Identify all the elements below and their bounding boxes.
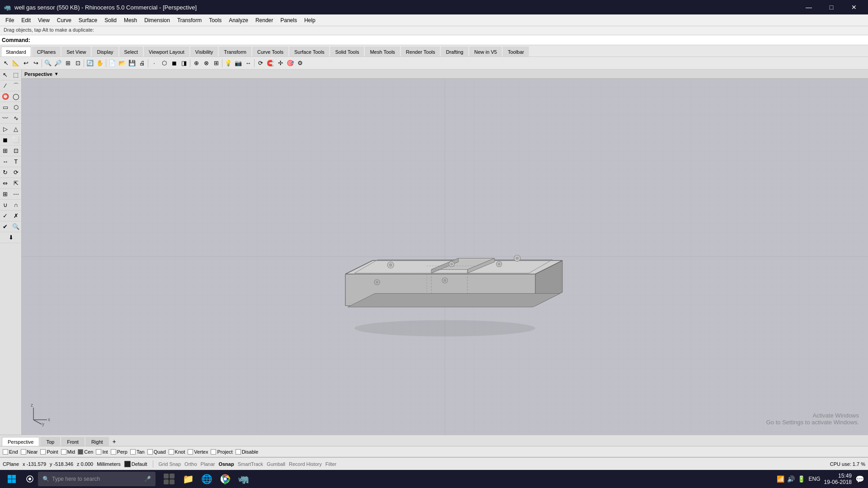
osnap-int-check[interactable]: [96, 449, 101, 455]
viewport-dropdown-arrow[interactable]: ▼: [54, 71, 59, 76]
maximize-button[interactable]: □: [821, 0, 842, 14]
taskbar-task-mgr[interactable]: [159, 471, 179, 487]
osnap-quad-check[interactable]: [147, 449, 153, 455]
tb-dim-icon[interactable]: ↔: [243, 58, 253, 68]
tb-light-icon[interactable]: 💡: [223, 58, 233, 68]
sb-mesh2-icon[interactable]: ⊡: [11, 145, 22, 156]
sb-marquee-icon[interactable]: ⬚: [11, 70, 22, 80]
status-planar[interactable]: Planar: [201, 461, 215, 467]
sb-curve-icon[interactable]: ∿: [11, 113, 22, 124]
osnap-end-check[interactable]: [3, 449, 8, 455]
status-recordhistory[interactable]: Record History: [289, 461, 322, 467]
osnap-project-check[interactable]: [211, 449, 216, 455]
tb-polyline-icon[interactable]: 📐: [11, 58, 21, 68]
osnap-vertex-check[interactable]: [188, 449, 193, 455]
tb-select-icon[interactable]: ↖: [1, 58, 11, 68]
osnap-disable-check[interactable]: [236, 449, 241, 455]
tb-zoom-ext-icon[interactable]: ⊞: [63, 58, 73, 68]
menu-view[interactable]: View: [34, 14, 53, 26]
vp-tab-add[interactable]: +: [110, 437, 119, 446]
tb-zoom-out-icon[interactable]: 🔎: [53, 58, 63, 68]
task-view-button[interactable]: [22, 471, 38, 487]
notification-icon[interactable]: 💬: [855, 475, 864, 483]
tb-rotate-icon[interactable]: 🔄: [85, 58, 95, 68]
tb-smarttrack-icon[interactable]: 🎯: [285, 58, 295, 68]
vp-tab-front[interactable]: Front: [61, 437, 85, 446]
sb-solid-icon[interactable]: ◼: [0, 135, 11, 145]
osnap-point-check[interactable]: [40, 449, 46, 455]
vp-tab-right[interactable]: Right: [85, 437, 109, 446]
menu-file[interactable]: File: [2, 14, 18, 26]
status-gridsnap[interactable]: Grid Snap: [159, 461, 181, 467]
menu-curve[interactable]: Curve: [53, 14, 75, 26]
tab-transform[interactable]: Transform: [219, 47, 251, 56]
tab-visibility[interactable]: Visibility: [190, 47, 218, 56]
tab-drafting[interactable]: Drafting: [441, 47, 468, 56]
menu-panels[interactable]: Panels: [277, 14, 301, 26]
sb-circle-icon[interactable]: ⭕: [0, 91, 11, 102]
sb-select-icon[interactable]: ↖: [0, 70, 11, 80]
vp-tab-perspective[interactable]: Perspective: [2, 437, 39, 446]
sb-analyze-icon[interactable]: 🔍: [11, 221, 22, 232]
sb-line-icon[interactable]: ∕: [0, 80, 11, 91]
tab-mesh-tools[interactable]: Mesh Tools: [365, 47, 400, 56]
tb-new-icon[interactable]: 📄: [107, 58, 117, 68]
minimize-button[interactable]: —: [798, 0, 819, 14]
menu-solid[interactable]: Solid: [101, 14, 120, 26]
tb-undo-icon[interactable]: ↩: [21, 58, 31, 68]
tb-pts-icon[interactable]: ·: [149, 58, 159, 68]
menu-render[interactable]: Render: [252, 14, 277, 26]
sb-freeform-icon[interactable]: 〰: [0, 113, 11, 124]
tray-battery-icon[interactable]: 🔋: [797, 475, 805, 483]
tb-pan-icon[interactable]: ✋: [95, 58, 105, 68]
tab-curve-tools[interactable]: Curve Tools: [252, 47, 288, 56]
status-ortho[interactable]: Ortho: [184, 461, 197, 467]
sb-rect-icon[interactable]: ▭: [0, 102, 11, 113]
tray-volume-icon[interactable]: 🔊: [787, 475, 795, 483]
menu-mesh[interactable]: Mesh: [120, 14, 141, 26]
vp-tab-top[interactable]: Top: [40, 437, 60, 446]
sb-rotate3d-icon[interactable]: ⟳: [11, 167, 22, 178]
taskbar-ie[interactable]: 🌐: [198, 471, 216, 487]
tb-print-icon[interactable]: 🖨: [137, 58, 147, 68]
menu-transform[interactable]: Transform: [174, 14, 205, 26]
menu-tools[interactable]: Tools: [205, 14, 225, 26]
tb-shaded-icon[interactable]: ◼: [169, 58, 179, 68]
osnap-mid-check[interactable]: [61, 449, 66, 455]
tb-camera-icon[interactable]: 📷: [233, 58, 243, 68]
osnap-cen-check[interactable]: [78, 449, 83, 455]
sb-arrow-icon[interactable]: ⬇: [0, 232, 22, 243]
viewport-canvas[interactable]: x z y Activate Windows Go to Settings to…: [22, 79, 868, 435]
close-button[interactable]: ✕: [844, 0, 864, 14]
status-gumball[interactable]: Gumball: [267, 461, 285, 467]
menu-analyze[interactable]: Analyze: [225, 14, 252, 26]
sb-mirror-icon[interactable]: ⇔: [0, 178, 11, 189]
tb-redo-icon[interactable]: ↪: [31, 58, 41, 68]
sb-array-icon[interactable]: ⊞: [0, 189, 11, 200]
sb-extrude-icon[interactable]: △: [11, 124, 22, 135]
sb-surface-icon[interactable]: ▷: [0, 124, 11, 135]
osnap-near-check[interactable]: [21, 449, 26, 455]
start-button[interactable]: [2, 471, 22, 487]
tab-solid-tools[interactable]: Solid Tools: [330, 47, 364, 56]
sb-bool2-icon[interactable]: ∩: [11, 200, 22, 211]
osnap-tan-check[interactable]: [130, 449, 136, 455]
tab-select[interactable]: Select: [119, 47, 143, 56]
tab-display[interactable]: Display: [92, 47, 118, 56]
status-osnap[interactable]: Osnap: [218, 461, 234, 467]
tb-grid-icon[interactable]: ⊞: [211, 58, 221, 68]
tab-cplanes[interactable]: CPlanes: [32, 47, 61, 56]
tb-history-icon[interactable]: ⟳: [255, 58, 265, 68]
sb-pt2-icon[interactable]: ✗: [11, 211, 22, 221]
sb-ellipse-icon[interactable]: ◯: [11, 91, 22, 102]
status-smarttrack[interactable]: SmartTrack: [238, 461, 263, 467]
osnap-knot-check[interactable]: [169, 449, 174, 455]
sb-arc-icon[interactable]: ⌒: [11, 80, 22, 91]
menu-surface[interactable]: Surface: [75, 14, 101, 26]
sb-ok-icon[interactable]: ✔: [0, 221, 11, 232]
tab-setview[interactable]: Set View: [61, 47, 91, 56]
tab-surface-tools[interactable]: Surface Tools: [289, 47, 329, 56]
sb-text-icon[interactable]: T: [11, 156, 22, 167]
tb-osnap-icon[interactable]: ⊕: [191, 58, 201, 68]
tb-render-icon[interactable]: ◨: [179, 58, 189, 68]
